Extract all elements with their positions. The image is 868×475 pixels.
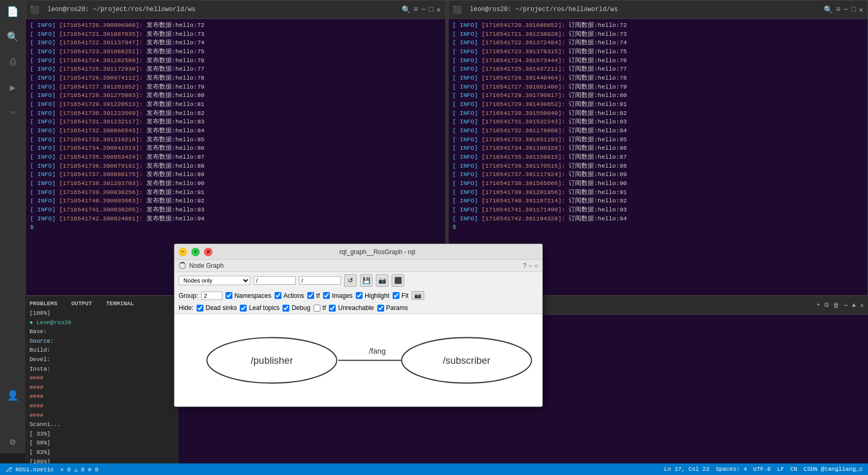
unreachable-checkbox[interactable] — [329, 305, 336, 312]
sidebar-line-2: ● Leon@ros20 — [30, 318, 173, 328]
log-line: [ INFO] [1716541727.391201052]: 发布数据:hel… — [30, 83, 441, 92]
dead-sinks-checkbox[interactable] — [197, 305, 203, 312]
maximize-terminal-left[interactable]: □ — [429, 5, 433, 14]
sidebar-line-11: #### — [30, 402, 173, 411]
terminal-icon-right-top: ⬛ — [453, 5, 462, 14]
ng-close-icon[interactable]: ○ — [534, 262, 538, 269]
terminal-label: TERMINAL — [106, 300, 134, 307]
tf2-label: tf — [323, 304, 326, 312]
namespaces-checkbox-group: Namespaces — [226, 292, 271, 299]
ng-settings-btn[interactable]: ⬛ — [392, 274, 404, 287]
tf-checkbox[interactable] — [307, 292, 314, 299]
sidebar-line-4: Source: — [30, 337, 173, 346]
log-line: [ INFO] [1716541723.391378315]: 订阅数据:hel… — [453, 47, 864, 56]
log-line: [ INFO] [1716541731.391232117]: 发布数据:hel… — [30, 118, 441, 127]
node-graph-label: Node Graph — [189, 262, 223, 269]
settings-icon[interactable]: ⚙ — [5, 434, 20, 449]
log-line: [ INFO] [1716541723.391068251]: 发布数据:hel… — [30, 47, 441, 56]
tf2-checkbox[interactable] — [314, 305, 320, 312]
ng-refresh-btn[interactable]: ↺ — [344, 274, 357, 287]
sidebar-line-6: Devel: — [30, 355, 173, 365]
ng-toolbar: Nodes only Nodes/Topics (all) Nodes/Topi… — [174, 272, 542, 314]
close-terminal-right[interactable]: ✕ — [859, 5, 863, 14]
search-terminal-left[interactable]: 🔍 — [402, 5, 411, 14]
error-count[interactable]: ✕ 0 △ 0 ⊘ 0 — [60, 466, 99, 473]
images-checkbox[interactable] — [323, 292, 330, 299]
output-label: OUTPUT — [71, 300, 92, 307]
split-terminal-left[interactable]: ≡ — [414, 5, 418, 14]
subscriber-node-label: /subscriber — [443, 355, 490, 366]
log-line: [ INFO] [1716541736.391170515]: 订阅数据:hel… — [453, 162, 864, 171]
rqt-minimize-btn[interactable]: − — [179, 248, 187, 256]
fit-checkbox[interactable] — [393, 292, 399, 299]
rqt-title-bar: − + ✕ rqt_graph__RosGraph - rqt — [174, 244, 542, 260]
ng-toolbar-row-3: Hide: Dead sinks Leaf topics Debug tf — [179, 304, 538, 312]
filter-input-1[interactable] — [253, 276, 296, 285]
log-line: [ INFO] [1716541738.391293703]: 发布数据:hel… — [30, 179, 441, 188]
close-bottom-btn[interactable]: ✕ — [860, 302, 864, 309]
extensions-icon[interactable]: ⎓ — [5, 105, 20, 120]
namespaces-checkbox[interactable] — [226, 292, 232, 299]
debug-checkbox[interactable] — [282, 305, 289, 312]
split-bottom-btn[interactable]: ⧉ — [824, 302, 829, 309]
run-icon[interactable]: ▶ — [5, 80, 20, 95]
search-terminal-right[interactable]: 🔍 — [824, 5, 833, 14]
left-terminal-tab-title[interactable]: leon@ros20: ~/project/ros/helloworld/ws — [43, 4, 200, 15]
files-icon[interactable]: 📄 — [5, 4, 20, 19]
log-line: [ INFO] [1716541739.391201956]: 订阅数据:hel… — [453, 188, 864, 197]
status-bar: ⎇ ROS1.noetic ✕ 0 △ 0 ⊘ 0 Ln 27, Col 23 … — [0, 463, 868, 475]
line-ending: LF — [777, 466, 784, 472]
images-label: Images — [332, 292, 353, 299]
log-line: [ INFO] [1716541726.390974112]: 发布数据:hel… — [30, 74, 441, 83]
params-checkbox[interactable] — [377, 305, 384, 312]
log-line: [ INFO] [1716541737.390888175]: 发布数据:hel… — [30, 170, 441, 179]
highlight-checkbox[interactable] — [356, 292, 363, 299]
leaf-topics-checkbox[interactable] — [240, 305, 247, 312]
accounts-icon[interactable]: 👤 — [5, 388, 20, 403]
sidebar-line-9: #### — [30, 383, 173, 393]
minimize-terminal-left[interactable]: − — [421, 5, 425, 14]
actions-checkbox[interactable] — [275, 292, 281, 299]
tf-checkbox-group: tf — [307, 292, 320, 299]
right-terminal-tab-actions-top: 🔍 ≡ − □ ✕ — [824, 5, 863, 14]
ng-save-btn[interactable]: 💾 — [360, 274, 373, 287]
log-line: [ INFO] [1716541736.390879191]: 发布数据:hel… — [30, 162, 441, 171]
rqt-close-btn[interactable]: ✕ — [204, 248, 212, 256]
namespaces-label: Namespaces — [235, 292, 271, 299]
rqt-graph-window: − + ✕ rqt_graph__RosGraph - rqt Node Gra… — [174, 244, 543, 407]
up-bottom-btn[interactable]: ▲ — [852, 302, 856, 309]
right-terminal-tab-bar-top: ⬛ leon@ros20: ~/project/ros/helloworld/w… — [448, 1, 868, 19]
fit-button[interactable]: 📷 — [412, 291, 424, 300]
ng-help-icon[interactable]: ? — [523, 262, 526, 269]
log-line: [ INFO] [1716541733.391319216]: 发布数据:hel… — [30, 135, 441, 144]
filter-input-2[interactable] — [299, 276, 341, 285]
ng-screenshot-btn[interactable]: 📷 — [376, 274, 388, 287]
group-input[interactable] — [201, 292, 222, 300]
add-terminal-btn[interactable]: + — [816, 302, 820, 309]
log-line: [ INFO] [1716541724.391573444]: 订阅数据:hel… — [453, 56, 864, 65]
highlight-label: Highlight — [365, 292, 389, 299]
filter-dropdown[interactable]: Nodes only Nodes/Topics (all) Nodes/Topi… — [179, 276, 250, 285]
split-terminal-right[interactable]: ≡ — [836, 5, 840, 14]
log-line: [ INFO] [1716541720.390806960]: 发布数据:hel… — [30, 21, 441, 30]
git-branch[interactable]: ⎇ ROS1.noetic — [5, 466, 54, 473]
log-line: [ INFO] [1716541732.390866543]: 发布数据:hel… — [30, 127, 441, 135]
sidebar-line-10: #### — [30, 392, 173, 402]
ng-header: Node Graph ? − ○ — [174, 260, 542, 272]
rqt-maximize-btn[interactable]: + — [191, 248, 200, 256]
maximize-terminal-right[interactable]: □ — [851, 5, 855, 14]
right-terminal-tab-title-top[interactable]: leon@ros20: ~/project/ros/helloworld/ws — [466, 4, 622, 15]
search-icon[interactable]: 🔍 — [5, 30, 20, 44]
minimize-terminal-right[interactable]: − — [844, 5, 848, 14]
sidebar-line-12: #### — [30, 411, 173, 421]
sidebar-line-15: [ 50%] — [30, 439, 173, 448]
log-line: [ INFO] [1716541741.391171490]: 订阅数据:hel… — [453, 206, 864, 215]
close-terminal-left[interactable]: ✕ — [436, 5, 441, 14]
source-control-icon[interactable]: ⎙ — [5, 55, 20, 70]
more-bottom-btn[interactable]: ⋯ — [844, 302, 847, 309]
highlight-checkbox-group: Highlight — [356, 292, 389, 299]
ng-minus-icon[interactable]: − — [529, 262, 532, 269]
delete-bottom-btn[interactable]: 🗑 — [833, 302, 840, 309]
params-label: Params — [386, 304, 408, 312]
activity-bar: 📄 🔍 ⎙ ▶ ⎓ 👤 ⚙ — [0, 0, 25, 453]
